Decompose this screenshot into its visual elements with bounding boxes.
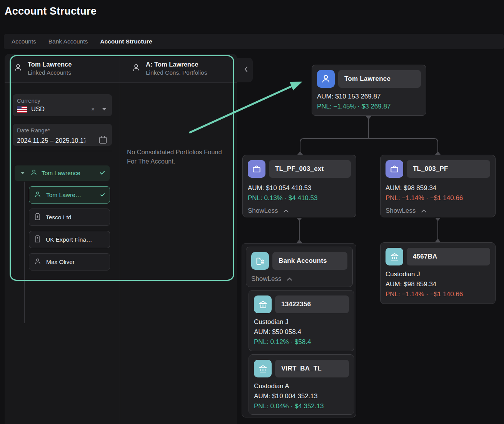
- filters-separator: [13, 151, 112, 151]
- bank-icon: [254, 360, 272, 377]
- linked-accounts-header: Tom Lawrence Linked Accounts: [5, 54, 119, 83]
- tree-item-label: Tesco Ltd: [46, 214, 71, 221]
- cons-portfolios-header: A: Tom Lawrence Linked Cons. Portfolios: [123, 54, 234, 83]
- account-structure-page: Account Structure Accounts Bank Accounts…: [0, 0, 504, 424]
- node-pnl: PNL: 0.12% · $58.4: [254, 337, 349, 347]
- person-icon: [317, 70, 335, 88]
- currency-value: USD: [31, 105, 45, 113]
- collapse-panel-button[interactable]: [234, 58, 253, 82]
- caret-down-icon[interactable]: [21, 172, 25, 174]
- node-custodian: Custodian J: [254, 317, 349, 327]
- node-title[interactable]: TL_PF_003_ext: [269, 160, 351, 178]
- chevron-up-icon: [287, 275, 292, 283]
- company-icon: [34, 235, 41, 244]
- tree-item-label: UK Export Fina…: [46, 236, 92, 243]
- node-title[interactable]: VIRT_BA_TL: [275, 360, 349, 377]
- show-less-toggle[interactable]: ShowLess: [251, 275, 347, 283]
- chevron-down-icon[interactable]: [102, 108, 106, 110]
- node-aum: AUM: $50 058.4: [254, 327, 349, 337]
- tree-item-tesco-ltd[interactable]: Tesco Ltd: [29, 209, 110, 226]
- node-bank-accounts[interactable]: Bank Accounts ShowLess: [246, 247, 353, 287]
- tab-bar: Accounts Bank Accounts Account Structure: [4, 34, 504, 49]
- node-aum: AUM: $10 004 352.13: [254, 391, 349, 401]
- node-aum: AUM: $98 859.34: [386, 183, 490, 193]
- tab-bank-accounts[interactable]: Bank Accounts: [48, 38, 88, 45]
- show-less-label: ShowLess: [248, 207, 278, 215]
- portfolio-icon: [386, 160, 403, 178]
- node-pnl: PNL: 0.04% · $4 352.13: [254, 401, 349, 411]
- currency-clear-button[interactable]: ×: [91, 106, 95, 112]
- node-title[interactable]: TL_003_PF: [407, 160, 490, 178]
- portfolio-icon: [248, 160, 265, 178]
- node-pnl: PNL: −1.14% · −$1 140.66: [386, 289, 490, 299]
- tab-accounts[interactable]: Accounts: [12, 38, 36, 45]
- date-range-field[interactable]: Date Range* 2024.11.25 – 2025.10.17: [13, 124, 112, 146]
- tree-indent-line: [24, 182, 25, 323]
- cons-portfolios-title: A: Tom Lawrence: [146, 61, 207, 68]
- bank-folder-icon: [251, 252, 269, 270]
- node-custodian: Custodian A: [254, 381, 349, 391]
- node-aum: AUM: $98 859.34: [386, 279, 490, 289]
- node-pnl: PNL: −1.14% · −$1 140.66: [386, 193, 490, 203]
- node-title[interactable]: Bank Accounts: [272, 252, 347, 270]
- person-icon: [13, 63, 23, 74]
- tree-item-max-oliver[interactable]: Max Oliver: [29, 253, 110, 270]
- node-aum: AUM: $10 054 410.53: [248, 183, 351, 193]
- show-less-toggle[interactable]: ShowLess: [386, 207, 490, 215]
- chevron-up-icon: [283, 207, 289, 215]
- check-icon: [100, 192, 105, 199]
- tree-item-uk-export-finance[interactable]: UK Export Fina…: [29, 231, 110, 248]
- person-icon: [131, 63, 141, 74]
- company-icon: [34, 213, 41, 222]
- check-icon: [100, 170, 105, 177]
- show-less-toggle[interactable]: ShowLess: [248, 207, 351, 215]
- chevron-left-icon: [244, 66, 248, 74]
- no-portfolios-message: No Consolidated Portfolios Found For The…: [127, 147, 224, 166]
- node-title[interactable]: 4567BA: [407, 248, 490, 265]
- node-tom-lawrence[interactable]: Tom Lawrence AUM: $10 153 269.87 PNL: −1…: [312, 65, 426, 116]
- page-title: Account Structure: [5, 5, 97, 17]
- person-icon: [34, 257, 42, 267]
- tree-item-label: Tom Lawre…: [46, 192, 81, 199]
- date-range-label: Date Range*: [17, 127, 108, 134]
- node-4567ba[interactable]: 4567BA Custodian J AUM: $98 859.34 PNL: …: [380, 242, 496, 304]
- tree-item-tom-lawrence[interactable]: Tom Lawre…: [29, 186, 110, 204]
- person-icon: [30, 169, 38, 178]
- person-icon: [34, 190, 42, 200]
- node-title[interactable]: Tom Lawrence: [338, 70, 421, 88]
- bank-accounts-group: Bank Accounts ShowLess 13422356 Custodia…: [242, 243, 356, 417]
- linked-accounts-subtitle: Linked Accounts: [28, 69, 72, 76]
- tree-item-label: Max Oliver: [46, 259, 75, 265]
- currency-select[interactable]: Currency USD ×: [13, 94, 112, 116]
- column-divider: [120, 54, 120, 424]
- chevron-up-icon: [421, 207, 427, 215]
- node-virt-ba-tl[interactable]: VIRT_BA_TL Custodian A AUM: $10 004 352.…: [249, 354, 354, 415]
- show-less-label: ShowLess: [386, 207, 416, 215]
- date-range-value: 2024.11.25 – 2025.10.17: [17, 137, 85, 144]
- node-pnl: PNL: 0.13% · $4 410.53: [248, 193, 351, 203]
- tab-account-structure[interactable]: Account Structure: [100, 38, 152, 45]
- node-custodian: Custodian J: [386, 269, 490, 279]
- node-title[interactable]: 13422356: [275, 295, 349, 313]
- node-aum: AUM: $10 153 269.87: [317, 92, 421, 102]
- bank-icon: [386, 248, 403, 265]
- tree-root-label: Tom Lawrence: [42, 170, 80, 177]
- node-tl-pf-003-ext[interactable]: TL_PF_003_ext AUM: $10 054 410.53 PNL: 0…: [242, 155, 356, 217]
- node-pnl: PNL: −1.45% · $3 269.87: [317, 102, 421, 112]
- usd-flag-icon: [17, 106, 27, 113]
- node-tl-003-pf[interactable]: TL_003_PF AUM: $98 859.34 PNL: −1.14% · …: [380, 155, 496, 217]
- currency-label: Currency: [17, 97, 108, 104]
- accounts-panel: Tom Lawrence Linked Accounts A: Tom Lawr…: [5, 54, 237, 424]
- calendar-icon[interactable]: [98, 135, 108, 146]
- cons-portfolios-subtitle: Linked Cons. Portfolios: [146, 69, 207, 76]
- node-13422356[interactable]: 13422356 Custodian J AUM: $50 058.4 PNL:…: [249, 290, 354, 351]
- show-less-label: ShowLess: [251, 275, 281, 283]
- tree-root-tom-lawrence[interactable]: Tom Lawrence: [15, 165, 110, 181]
- linked-accounts-title: Tom Lawrence: [28, 61, 72, 68]
- bank-icon: [254, 295, 272, 313]
